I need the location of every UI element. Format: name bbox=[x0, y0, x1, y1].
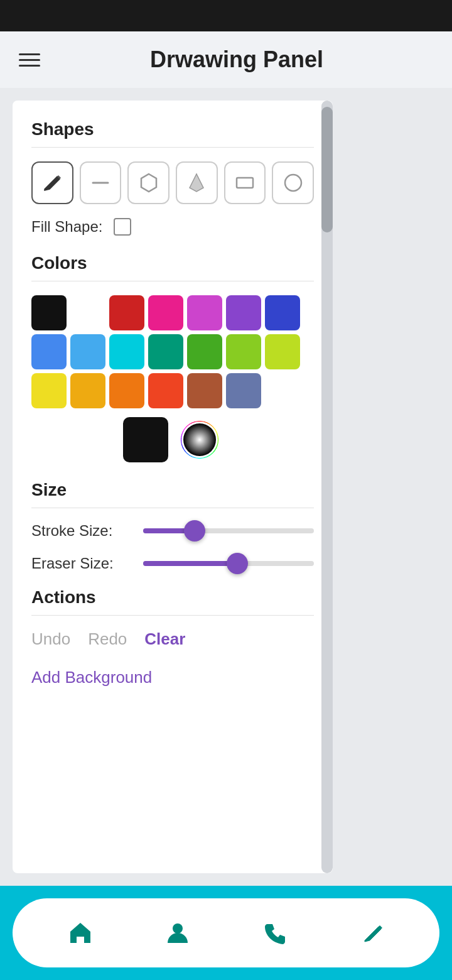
color-swatch[interactable] bbox=[148, 373, 183, 408]
header: Drwawing Panel bbox=[0, 31, 452, 88]
color-swatch[interactable] bbox=[265, 295, 300, 330]
line-shape-button[interactable] bbox=[80, 161, 122, 204]
color-swatch[interactable] bbox=[148, 334, 183, 369]
color-swatch[interactable] bbox=[265, 334, 300, 369]
color-swatch[interactable] bbox=[31, 373, 67, 408]
main-content: Shapes bbox=[0, 88, 452, 886]
color-swatch[interactable] bbox=[226, 334, 261, 369]
color-swatch[interactable] bbox=[226, 373, 261, 408]
color-swatch[interactable] bbox=[31, 334, 67, 369]
size-divider bbox=[31, 508, 314, 508]
draw-nav-button[interactable] bbox=[350, 911, 394, 955]
color-swatch[interactable] bbox=[109, 373, 144, 408]
stroke-size-label: Stroke Size: bbox=[31, 522, 132, 540]
scroll-thumb[interactable] bbox=[321, 107, 333, 232]
fill-shape-checkbox[interactable] bbox=[114, 218, 131, 236]
stroke-thumb[interactable] bbox=[184, 520, 205, 542]
profile-nav-button[interactable] bbox=[156, 911, 200, 955]
home-nav-button[interactable] bbox=[58, 911, 102, 955]
colors-grid bbox=[31, 295, 314, 408]
add-background-button[interactable]: Add Background bbox=[31, 668, 152, 687]
phone-nav-button[interactable] bbox=[253, 911, 297, 955]
color-swatch[interactable] bbox=[109, 334, 144, 369]
page-title: Drwawing Panel bbox=[40, 46, 433, 73]
drawing-panel: Shapes bbox=[13, 101, 333, 873]
eraser-shape-button[interactable] bbox=[176, 161, 218, 204]
color-swatch[interactable] bbox=[226, 295, 261, 330]
scroll-track[interactable] bbox=[321, 101, 333, 873]
actions-divider bbox=[31, 615, 314, 616]
color-swatch[interactable] bbox=[187, 373, 222, 408]
color-swatch[interactable] bbox=[109, 295, 144, 330]
eraser-fill bbox=[143, 561, 237, 566]
bottom-nav bbox=[0, 886, 452, 980]
svg-point-7 bbox=[183, 423, 216, 456]
fill-shape-label: Fill Shape: bbox=[31, 218, 102, 236]
eraser-size-row: Eraser Size: bbox=[31, 555, 314, 572]
menu-button[interactable] bbox=[19, 53, 40, 67]
size-section-title: Size bbox=[31, 480, 314, 500]
actions-row: Undo Redo Clear bbox=[31, 629, 314, 649]
colors-divider bbox=[31, 281, 314, 281]
color-swatch[interactable] bbox=[70, 295, 105, 330]
current-color-swatch[interactable] bbox=[123, 417, 168, 462]
color-swatch[interactable] bbox=[70, 373, 105, 408]
hexagon-shape-button[interactable] bbox=[127, 161, 170, 204]
shapes-section-title: Shapes bbox=[31, 119, 314, 139]
stroke-size-row: Stroke Size: bbox=[31, 522, 314, 540]
shapes-row bbox=[31, 161, 314, 204]
eraser-size-label: Eraser Size: bbox=[31, 555, 132, 572]
eraser-thumb[interactable] bbox=[227, 553, 248, 574]
color-bottom-row bbox=[31, 417, 314, 462]
bottom-nav-inner bbox=[13, 898, 439, 967]
color-swatch[interactable] bbox=[187, 334, 222, 369]
color-swatch[interactable] bbox=[31, 295, 67, 330]
actions-section-title: Actions bbox=[31, 587, 314, 607]
svg-rect-2 bbox=[237, 178, 253, 188]
color-swatch[interactable] bbox=[148, 295, 183, 330]
color-swatch[interactable] bbox=[187, 295, 222, 330]
fill-shape-row: Fill Shape: bbox=[31, 218, 314, 236]
clear-button[interactable]: Clear bbox=[144, 629, 185, 649]
eraser-size-slider[interactable] bbox=[143, 561, 314, 566]
svg-point-8 bbox=[173, 923, 183, 934]
rectangle-shape-button[interactable] bbox=[224, 161, 266, 204]
color-swatch[interactable] bbox=[70, 334, 105, 369]
svg-marker-1 bbox=[141, 174, 156, 192]
pencil-shape-button[interactable] bbox=[31, 161, 73, 204]
svg-point-3 bbox=[285, 175, 301, 191]
stroke-size-slider[interactable] bbox=[143, 528, 314, 533]
undo-button[interactable]: Undo bbox=[31, 629, 70, 649]
redo-button[interactable]: Redo bbox=[88, 629, 127, 649]
colors-section-title: Colors bbox=[31, 253, 314, 273]
color-wheel-button[interactable] bbox=[177, 417, 222, 462]
circle-shape-button[interactable] bbox=[272, 161, 314, 204]
status-bar bbox=[0, 0, 452, 31]
shapes-divider bbox=[31, 147, 314, 148]
